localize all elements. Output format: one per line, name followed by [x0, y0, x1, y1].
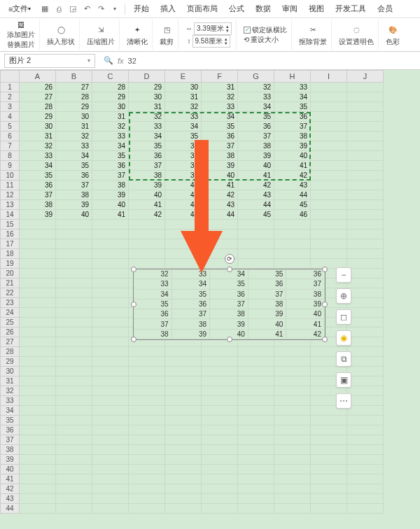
cell[interactable]: 38	[238, 141, 274, 151]
cell[interactable]	[56, 357, 92, 367]
cell[interactable]: 27	[20, 92, 56, 102]
row-header[interactable]: 15	[0, 220, 20, 230]
cell[interactable]: 37	[202, 141, 238, 151]
cell[interactable]	[20, 357, 56, 367]
cell[interactable]: 34	[165, 122, 202, 132]
cell[interactable]	[56, 396, 92, 406]
cell[interactable]	[238, 445, 274, 455]
cell[interactable]	[56, 337, 92, 347]
cell[interactable]	[238, 367, 274, 376]
row-header[interactable]: 40	[0, 465, 20, 474]
cell[interactable]: 29	[129, 83, 165, 92]
row-header[interactable]: 1	[0, 83, 20, 92]
cell[interactable]	[311, 435, 347, 445]
cell[interactable]: 40	[202, 171, 238, 181]
cell[interactable]	[311, 425, 347, 435]
cell[interactable]	[56, 425, 92, 435]
cell[interactable]: 35	[274, 102, 311, 112]
cell[interactable]	[165, 474, 202, 484]
cell[interactable]	[56, 386, 92, 396]
cell[interactable]: 36	[202, 132, 238, 141]
cell[interactable]	[347, 327, 384, 337]
cell[interactable]: 40	[165, 181, 202, 190]
cell[interactable]	[20, 455, 56, 465]
cell[interactable]	[92, 357, 129, 367]
cell[interactable]	[92, 484, 129, 494]
cell[interactable]	[56, 220, 92, 230]
cell[interactable]	[347, 504, 384, 514]
cell[interactable]: 42	[165, 200, 202, 210]
cell[interactable]: 32	[129, 112, 165, 122]
row-header[interactable]: 39	[0, 455, 20, 465]
cell[interactable]	[56, 249, 92, 259]
cell[interactable]	[274, 484, 311, 494]
cell[interactable]	[92, 386, 129, 396]
cell[interactable]: 35	[129, 141, 165, 151]
cell[interactable]	[129, 445, 165, 455]
tool-collapse-button[interactable]: −	[336, 267, 351, 283]
cell[interactable]	[274, 494, 311, 504]
cell[interactable]	[56, 455, 92, 465]
row-header[interactable]: 31	[0, 376, 20, 386]
row-header[interactable]: 34	[0, 406, 20, 416]
cell[interactable]	[92, 435, 129, 445]
cell[interactable]: 40	[92, 200, 129, 210]
cell[interactable]: 42	[274, 171, 311, 181]
cell[interactable]	[202, 484, 238, 494]
row-header[interactable]: 22	[0, 288, 20, 298]
cell[interactable]	[347, 269, 384, 278]
cell[interactable]	[129, 494, 165, 504]
cell[interactable]	[238, 357, 274, 367]
column-header[interactable]: F	[202, 70, 238, 83]
cell[interactable]	[347, 220, 384, 230]
cell[interactable]: 33	[202, 102, 238, 112]
cell[interactable]	[165, 406, 202, 416]
height-spinbox[interactable]: 9.58厘米▴▾	[192, 35, 230, 48]
cell[interactable]	[311, 181, 347, 190]
cell[interactable]	[311, 161, 347, 171]
cell[interactable]	[56, 308, 92, 318]
cell[interactable]	[347, 494, 384, 504]
cell[interactable]	[311, 220, 347, 230]
cell[interactable]	[56, 259, 92, 269]
cell[interactable]	[311, 504, 347, 514]
column-header[interactable]: D	[129, 70, 165, 83]
cell[interactable]	[165, 347, 202, 357]
cell[interactable]	[347, 406, 384, 416]
cell[interactable]	[311, 132, 347, 141]
cell[interactable]: 33	[56, 141, 92, 151]
cell[interactable]: 35	[165, 132, 202, 141]
cell[interactable]: 31	[20, 132, 56, 141]
cell[interactable]	[165, 455, 202, 465]
cell[interactable]	[165, 396, 202, 406]
row-header[interactable]: 7	[0, 141, 20, 151]
cell[interactable]: 41	[165, 190, 202, 200]
cell[interactable]	[347, 141, 384, 151]
cell[interactable]	[311, 474, 347, 484]
cell[interactable]	[274, 435, 311, 445]
file-menu[interactable]: ≡ 文件 ▾	[3, 3, 36, 14]
cell[interactable]	[92, 239, 129, 249]
column-header[interactable]: B	[56, 70, 92, 83]
cell[interactable]	[56, 239, 92, 249]
cell[interactable]	[56, 416, 92, 425]
cell[interactable]	[165, 239, 202, 249]
cell[interactable]	[347, 181, 384, 190]
row-header[interactable]: 4	[0, 112, 20, 122]
row-header[interactable]: 18	[0, 249, 20, 259]
row-header[interactable]: 9	[0, 161, 20, 171]
cell[interactable]	[347, 445, 384, 455]
cell[interactable]: 35	[20, 171, 56, 181]
cell[interactable]	[129, 406, 165, 416]
resize-handle-ml[interactable]	[131, 302, 136, 307]
cell[interactable]	[165, 259, 202, 269]
column-header[interactable]: I	[311, 70, 347, 83]
cell[interactable]	[92, 367, 129, 376]
cell[interactable]	[56, 269, 92, 278]
cell[interactable]: 33	[274, 83, 311, 92]
cell[interactable]: 31	[129, 102, 165, 112]
lock-ratio-checkbox[interactable]: 锁定纵横比	[244, 25, 287, 35]
cell[interactable]: 32	[92, 122, 129, 132]
cell[interactable]	[92, 327, 129, 337]
save-icon[interactable]: ▦	[39, 3, 50, 15]
